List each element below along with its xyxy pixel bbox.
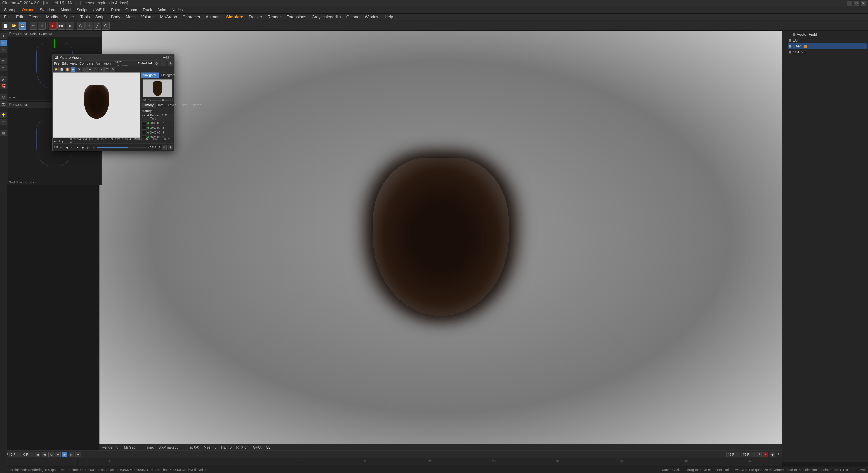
- menu-nodes[interactable]: Nodes: [169, 7, 185, 13]
- pv-vt-btn2[interactable]: □: [161, 61, 166, 66]
- menu-character[interactable]: Character: [180, 14, 203, 20]
- maximize-button[interactable]: □: [854, 1, 859, 6]
- menu-simulate[interactable]: Simulate: [224, 14, 245, 20]
- pv-menu-edit[interactable]: Edit: [62, 62, 68, 65]
- stop-render-button[interactable]: ■: [66, 22, 73, 30]
- menu-mesh[interactable]: Mesh: [123, 14, 138, 20]
- tree-item-scene[interactable]: SCENE: [788, 49, 867, 55]
- object-mode-button[interactable]: ⬡: [77, 22, 85, 30]
- menu-file[interactable]: File: [2, 14, 13, 20]
- menu-anim[interactable]: Anim: [155, 7, 168, 13]
- pv-tab-histogram[interactable]: Histogram: [159, 72, 178, 78]
- ipr-button[interactable]: ▶▶: [57, 22, 65, 30]
- tl-keyframe-btn[interactable]: ◆: [770, 452, 775, 457]
- save-button[interactable]: 💾: [19, 22, 26, 30]
- pv-tb-b[interactable]: B: [93, 67, 98, 72]
- pv-vt-btn3[interactable]: ⚙: [168, 61, 173, 66]
- menu-sculpt[interactable]: Sculpt: [74, 7, 90, 13]
- tool-spline[interactable]: 〰: [0, 119, 7, 125]
- menu-window[interactable]: Window: [363, 14, 381, 20]
- pv-tb-extra1[interactable]: ≡: [99, 67, 104, 72]
- hist-row-4[interactable]: 00:00:00 4: [141, 130, 174, 135]
- tool-light[interactable]: 💡: [0, 112, 7, 119]
- tool-rotate[interactable]: ↺: [0, 40, 7, 46]
- tl-start-input[interactable]: [9, 452, 21, 457]
- tool-knife[interactable]: ✂: [0, 65, 7, 71]
- tl-prev-frame[interactable]: ◀: [41, 452, 47, 457]
- pv-tb-extra2[interactable]: ⬡: [104, 67, 110, 72]
- hist-row-5[interactable]: 00:00:00 5: [141, 135, 174, 138]
- menu-modify[interactable]: Modify: [44, 14, 60, 20]
- menu-groom[interactable]: Groom: [123, 7, 140, 13]
- pv-menu-animation[interactable]: Animation: [96, 62, 111, 65]
- tree-item-vectorfield[interactable]: Vector Field: [792, 32, 867, 37]
- point-mode-button[interactable]: •: [85, 22, 93, 30]
- pv-stop[interactable]: ■: [75, 145, 80, 149]
- poly-mode-button[interactable]: ⬡: [102, 22, 110, 30]
- pv-prev[interactable]: ◀: [65, 145, 69, 149]
- menu-extensions[interactable]: Extensions: [284, 14, 309, 20]
- pv-minimize[interactable]: ─: [163, 55, 165, 60]
- pv-tb-copy[interactable]: 📋: [65, 67, 70, 72]
- tl-stop[interactable]: ■: [55, 452, 61, 457]
- menu-animate[interactable]: Animate: [204, 14, 223, 20]
- menu-startup[interactable]: Startup: [2, 7, 19, 13]
- hist-row-3[interactable]: 00:00:00 3: [141, 126, 174, 130]
- render-button[interactable]: ▶: [49, 22, 57, 30]
- menu-body[interactable]: Body: [109, 14, 123, 20]
- pv-tl-loop[interactable]: ↺: [162, 145, 166, 150]
- tl-end-frame-input[interactable]: [741, 452, 755, 457]
- menu-standard[interactable]: Standard: [37, 7, 58, 13]
- tl-skip-end[interactable]: ⏭: [75, 452, 81, 457]
- tree-item-lu[interactable]: LU: [788, 37, 867, 43]
- tool-pen[interactable]: ✏: [0, 58, 7, 64]
- pv-next[interactable]: ▷: [86, 145, 90, 149]
- pv-image-area[interactable]: [53, 72, 141, 138]
- tool-scale[interactable]: ⤡: [0, 46, 7, 53]
- pv-timeline-bar[interactable]: [97, 146, 147, 148]
- tl-play-back[interactable]: ◁: [49, 452, 54, 457]
- menu-script[interactable]: Script: [93, 14, 108, 20]
- pv-tb-save[interactable]: 💾: [59, 67, 64, 72]
- tool-deform[interactable]: ⬡: [0, 94, 7, 100]
- tl-current-frame-input[interactable]: [726, 452, 740, 457]
- pv-skip-start[interactable]: ⏮: [59, 145, 63, 149]
- tl-next-frame[interactable]: ▷: [69, 452, 74, 457]
- close-button[interactable]: ✕: [861, 1, 866, 6]
- menu-track[interactable]: Track: [141, 7, 154, 13]
- menu-greyscale[interactable]: Greyscalegorilla: [309, 14, 343, 20]
- menu-volume[interactable]: Volume: [139, 14, 157, 20]
- tl-loop-btn[interactable]: ↺: [756, 452, 762, 457]
- tool-brush[interactable]: 🖌: [0, 76, 7, 82]
- pv-tb-gear[interactable]: ⚙: [110, 67, 115, 72]
- tl-skip-start[interactable]: ⏮: [35, 452, 40, 457]
- tl-end-input[interactable]: [22, 452, 33, 457]
- menu-octane[interactable]: Octane: [20, 7, 37, 13]
- tl-record-btn[interactable]: ●: [763, 452, 768, 457]
- pv-menu-view[interactable]: View: [70, 62, 77, 65]
- pv-tab-history[interactable]: History: [142, 103, 156, 108]
- menu-help[interactable]: Help: [382, 14, 395, 20]
- pv-tab-info[interactable]: Info: [156, 103, 166, 108]
- pv-tab-stereo[interactable]: Stereo: [190, 103, 204, 108]
- tool-magnet[interactable]: 🧲: [0, 83, 7, 89]
- minimize-button[interactable]: ─: [847, 1, 852, 6]
- undo-button[interactable]: ↩: [30, 22, 37, 30]
- tool-mirror[interactable]: ⊟: [0, 130, 7, 136]
- pv-close[interactable]: ✕: [169, 55, 173, 60]
- pv-tab-filter[interactable]: Filter: [178, 103, 190, 108]
- hist-row-2[interactable]: 00:00:00 2: [141, 121, 174, 126]
- menu-uvedit[interactable]: UV/Edit: [90, 7, 108, 13]
- menu-select[interactable]: Select: [61, 14, 77, 20]
- menu-paint[interactable]: Paint: [109, 7, 122, 13]
- tool-move[interactable]: ✛: [0, 33, 7, 39]
- tool-camera[interactable]: 📷: [0, 101, 7, 107]
- tl-play-fwd[interactable]: ▶: [62, 452, 67, 457]
- pv-tab-navigator[interactable]: Navigator: [141, 72, 159, 78]
- menu-tracker[interactable]: Tracker: [246, 14, 264, 20]
- pv-zoom-slider[interactable]: [152, 100, 169, 101]
- pv-menu-file[interactable]: File: [54, 62, 59, 65]
- tree-item-cam[interactable]: CAM: [788, 43, 867, 49]
- edge-mode-button[interactable]: ╱: [94, 22, 101, 30]
- redo-button[interactable]: ↪: [38, 22, 46, 30]
